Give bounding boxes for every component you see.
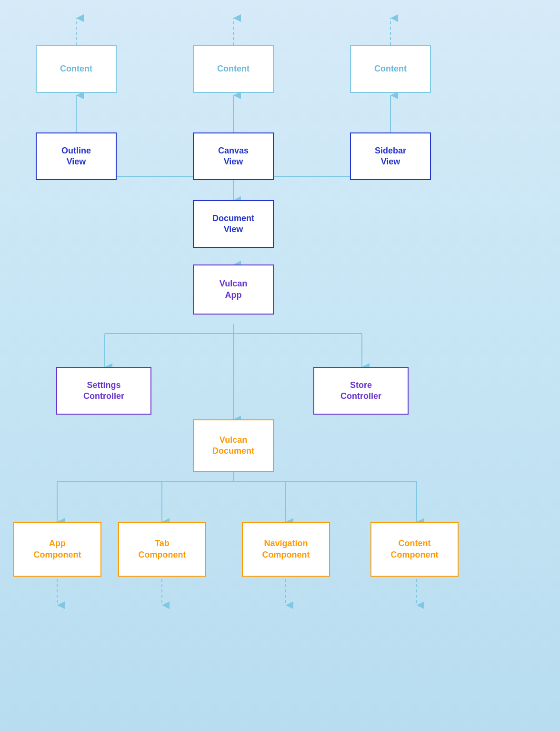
content-node-2: Content: [193, 45, 274, 93]
content1-label: Content: [60, 63, 92, 74]
sidebar-view-label: SidebarView: [375, 145, 406, 168]
navigation-component-label: NavigationComponent: [262, 538, 310, 560]
content3-label: Content: [374, 63, 407, 74]
vulcan-document-label: VulcanDocument: [212, 435, 254, 457]
canvas-view-label: CanvasView: [218, 145, 249, 168]
content-node-3: Content: [350, 45, 431, 93]
app-component-label: AppComponent: [34, 538, 81, 560]
settings-controller-node: SettingsController: [56, 367, 151, 415]
vulcan-app-node: VulcanApp: [193, 264, 274, 315]
tab-component-label: TabComponent: [139, 538, 186, 560]
vulcan-app-label: VulcanApp: [220, 278, 247, 301]
navigation-component-node: NavigationComponent: [242, 522, 330, 577]
store-controller-label: StoreController: [340, 380, 381, 402]
settings-controller-label: SettingsController: [83, 380, 124, 402]
store-controller-node: StoreController: [313, 367, 409, 415]
document-view-label: DocumentView: [212, 213, 254, 235]
outline-view-label: OutlineView: [61, 145, 91, 168]
app-component-node: AppComponent: [13, 522, 101, 577]
content-node-1: Content: [36, 45, 117, 93]
content-component-node: ContentComponent: [370, 522, 459, 577]
content-component-label: ContentComponent: [391, 538, 439, 560]
outline-view-node: OutlineView: [36, 132, 117, 180]
vulcan-document-node: VulcanDocument: [193, 419, 274, 472]
tab-component-node: TabComponent: [118, 522, 206, 577]
canvas-view-node: CanvasView: [193, 132, 274, 180]
sidebar-view-node: SidebarView: [350, 132, 431, 180]
content2-label: Content: [217, 63, 250, 74]
document-view-node: DocumentView: [193, 200, 274, 248]
